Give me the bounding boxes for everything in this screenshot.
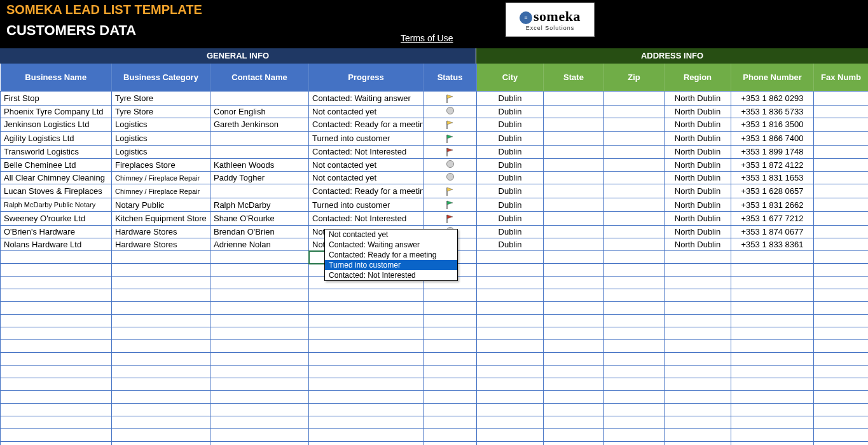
cell-region[interactable]: North Dublin [665, 238, 731, 251]
empty-cell[interactable] [604, 340, 665, 353]
empty-cell[interactable] [112, 340, 210, 353]
cell-business-name[interactable] [1, 251, 112, 264]
cell-status[interactable] [424, 184, 477, 198]
empty-cell[interactable] [604, 289, 665, 302]
col-city[interactable]: City [477, 64, 544, 92]
cell-fax[interactable] [814, 198, 869, 212]
empty-cell[interactable] [112, 429, 210, 442]
cell-phone[interactable]: +353 1 866 7400 [731, 132, 814, 146]
empty-cell[interactable] [1, 315, 112, 327]
empty-cell[interactable] [544, 327, 604, 340]
empty-cell[interactable] [544, 277, 604, 289]
empty-cell[interactable] [112, 302, 210, 315]
empty-cell[interactable] [477, 353, 544, 366]
cell-progress[interactable]: Contacted: Not Interested [309, 145, 424, 159]
cell-status[interactable] [424, 159, 477, 172]
cell-phone[interactable]: +353 1 816 3500 [731, 118, 814, 132]
empty-cell[interactable] [665, 404, 731, 416]
empty-cell[interactable] [731, 264, 814, 277]
cell-fax[interactable] [814, 212, 869, 226]
cell-state[interactable] [544, 145, 604, 159]
cell-region[interactable]: North Dublin [665, 132, 731, 146]
cell-zip[interactable] [604, 251, 665, 264]
empty-cell[interactable] [309, 315, 424, 327]
empty-cell[interactable] [604, 429, 665, 442]
empty-cell[interactable] [731, 442, 814, 445]
empty-cell[interactable] [1, 391, 112, 404]
empty-cell[interactable] [731, 327, 814, 340]
col-status[interactable]: Status [424, 64, 477, 92]
cell-progress[interactable]: Turned into customer [309, 132, 424, 146]
cell-contact-name[interactable]: Conor English [210, 105, 309, 118]
cell-region[interactable]: North Dublin [665, 118, 731, 132]
cell-city[interactable] [477, 251, 544, 264]
cell-business-name[interactable]: Lucan Stoves & Fireplaces [1, 184, 112, 198]
cell-contact-name[interactable]: Ralph McDarby [210, 198, 309, 212]
cell-zip[interactable] [604, 92, 665, 106]
cell-fax[interactable] [814, 118, 869, 132]
cell-business-name[interactable]: First Stop [1, 92, 112, 106]
empty-cell[interactable] [210, 442, 309, 445]
cell-city[interactable]: Dublin [477, 238, 544, 251]
empty-cell[interactable] [210, 327, 309, 340]
empty-cell[interactable] [424, 416, 477, 429]
empty-cell[interactable] [604, 366, 665, 378]
empty-cell[interactable] [814, 442, 869, 445]
cell-contact-name[interactable]: Paddy Togher [210, 172, 309, 184]
empty-cell[interactable] [665, 327, 731, 340]
cell-business-name[interactable]: Sweeney O'rourke Ltd [1, 212, 112, 226]
empty-cell[interactable] [731, 302, 814, 315]
empty-cell[interactable] [210, 315, 309, 327]
empty-cell[interactable] [1, 289, 112, 302]
empty-cell[interactable] [424, 366, 477, 378]
empty-cell[interactable] [210, 353, 309, 366]
cell-zip[interactable] [604, 105, 665, 118]
cell-business-category[interactable]: Kitchen Equipment Store [112, 212, 210, 226]
cell-contact-name[interactable]: Adrienne Nolan [210, 238, 309, 251]
cell-phone[interactable]: +353 1 831 2662 [731, 198, 814, 212]
cell-fax[interactable] [814, 251, 869, 264]
cell-business-name[interactable]: O'Brien's Hardware [1, 225, 112, 238]
empty-cell[interactable] [424, 442, 477, 445]
empty-cell[interactable] [665, 391, 731, 404]
empty-cell[interactable] [1, 340, 112, 353]
empty-cell[interactable] [477, 391, 544, 404]
cell-progress[interactable]: Not contacted yet [309, 172, 424, 184]
empty-cell[interactable] [665, 340, 731, 353]
empty-cell[interactable] [604, 442, 665, 445]
cell-business-name[interactable]: Transworld Logistics [1, 145, 112, 159]
cell-phone[interactable]: +353 1 833 8361 [731, 238, 814, 251]
empty-cell[interactable] [309, 353, 424, 366]
cell-status[interactable] [424, 132, 477, 146]
cell-phone[interactable]: +353 1 836 5733 [731, 105, 814, 118]
empty-cell[interactable] [424, 404, 477, 416]
empty-cell[interactable] [544, 416, 604, 429]
cell-city[interactable]: Dublin [477, 105, 544, 118]
empty-cell[interactable] [814, 315, 869, 327]
empty-cell[interactable] [477, 327, 544, 340]
empty-cell[interactable] [112, 327, 210, 340]
empty-cell[interactable] [814, 378, 869, 391]
cell-city[interactable]: Dublin [477, 198, 544, 212]
empty-cell[interactable] [424, 429, 477, 442]
cell-contact-name[interactable]: Shane O'Rourke [210, 212, 309, 226]
empty-cell[interactable] [477, 378, 544, 391]
empty-cell[interactable] [210, 378, 309, 391]
empty-cell[interactable] [424, 302, 477, 315]
col-business-category[interactable]: Business Category [112, 64, 210, 92]
cell-business-category[interactable]: Logistics [112, 132, 210, 146]
cell-region[interactable]: North Dublin [665, 145, 731, 159]
empty-cell[interactable] [210, 404, 309, 416]
cell-phone[interactable]: +353 1 874 0677 [731, 225, 814, 238]
empty-cell[interactable] [112, 416, 210, 429]
cell-progress[interactable]: Contacted: Not Interested [309, 212, 424, 226]
dropdown-option[interactable]: Turned into customer [325, 260, 457, 270]
empty-cell[interactable] [814, 416, 869, 429]
empty-cell[interactable] [210, 302, 309, 315]
empty-cell[interactable] [477, 404, 544, 416]
empty-cell[interactable] [477, 277, 544, 289]
empty-cell[interactable] [665, 289, 731, 302]
empty-cell[interactable] [309, 416, 424, 429]
empty-cell[interactable] [1, 429, 112, 442]
empty-cell[interactable] [665, 442, 731, 445]
